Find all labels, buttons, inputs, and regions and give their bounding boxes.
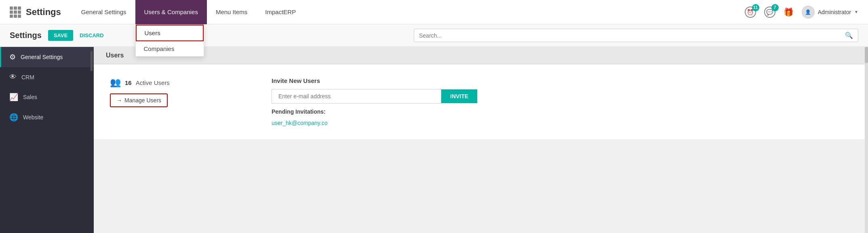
sidebar-item-label-general: General Settings (21, 54, 63, 60)
invite-email-input[interactable] (272, 89, 441, 104)
search-icon[interactable]: 🔍 (845, 32, 853, 39)
sidebar-item-label-sales: Sales (23, 94, 37, 100)
search-input[interactable] (419, 32, 845, 39)
manage-users-label: Manage Users (124, 97, 161, 104)
sidebar-item-crm[interactable]: 👁 CRM (0, 67, 94, 87)
nav-item-menu-items[interactable]: Menu Items (207, 0, 256, 24)
dropdown-item-users[interactable]: Users (136, 25, 204, 41)
pending-title: Pending Invitations: (272, 108, 326, 115)
content-scroll-bar[interactable] (865, 47, 868, 233)
invite-block: Invite New Users INVITE Pending Invitati… (272, 77, 477, 126)
main-layout: ⚙ General Settings 👁 CRM 📈 Sales 🌐 Websi… (0, 47, 868, 233)
sidebar-item-sales[interactable]: 📈 Sales (0, 87, 94, 107)
website-icon: 🌐 (9, 113, 18, 122)
invite-row: INVITE (272, 89, 477, 104)
topnav: Settings General Settings Users & Compan… (0, 0, 868, 24)
general-settings-icon: ⚙ (9, 53, 16, 61)
pending-invitations-row: Pending Invitations: (272, 108, 477, 115)
invite-button[interactable]: INVITE (441, 89, 477, 103)
search-bar: 🔍 (414, 29, 858, 42)
discard-button[interactable]: DISCARD (80, 32, 103, 38)
user-avatar: 👤 (802, 6, 815, 19)
user-profile-btn[interactable]: 👤 Administrator ▼ (802, 6, 858, 19)
grid-icon (10, 6, 21, 18)
sidebar-item-general[interactable]: ⚙ General Settings (0, 47, 94, 67)
pending-email: user_hk@company.co (272, 120, 327, 126)
content-scroll-thumb (865, 47, 868, 63)
sidebar-item-website[interactable]: 🌐 Website (0, 107, 94, 127)
pending-email-row: user_hk@company.co (272, 120, 477, 126)
dropdown-arrow-icon: ▼ (854, 10, 858, 14)
manage-users-link[interactable]: → Manage Users (110, 93, 168, 107)
nav-item-general[interactable]: General Settings (72, 0, 135, 24)
nav-item-users-companies[interactable]: Users & Companies Users Companies (135, 0, 207, 24)
content: Users 👥 16Active Users → Manage Users In… (94, 47, 868, 233)
sidebar-scroll-indicator[interactable] (91, 51, 93, 71)
arrow-right-icon: → (116, 97, 122, 104)
section-body: 👥 16Active Users → Manage Users Invite N… (94, 64, 868, 139)
crm-icon: 👁 (9, 73, 17, 81)
subheader: Settings SAVE DISCARD 🔍 (0, 24, 868, 47)
page-title: Settings (10, 31, 42, 40)
chat-icon-btn[interactable]: 💬 7 (764, 6, 775, 18)
active-users-count: 16 (125, 79, 132, 86)
chat-badge: 7 (771, 4, 779, 11)
clock-badge: 11 (752, 4, 759, 11)
users-block: 👥 16Active Users → Manage Users (110, 77, 239, 126)
sales-icon: 📈 (9, 93, 18, 102)
sidebar-item-label-crm: CRM (21, 74, 34, 80)
users-companies-dropdown: Users Companies (135, 24, 204, 57)
invite-title: Invite New Users (272, 77, 477, 84)
nav-item-impacterp[interactable]: ImpactERP (256, 0, 305, 24)
save-button[interactable]: SAVE (48, 30, 73, 41)
admin-label: Administrator (818, 9, 851, 15)
active-users-label: Active Users (136, 79, 170, 86)
sidebar: ⚙ General Settings 👁 CRM 📈 Sales 🌐 Websi… (0, 47, 94, 233)
app-logo: Settings (10, 6, 61, 18)
nav-items: General Settings Users & Companies Users… (72, 0, 305, 24)
active-users-row: 👥 16Active Users (110, 77, 239, 88)
users-group-icon: 👥 (110, 77, 121, 88)
gift-icon-btn[interactable]: 🎁 (784, 7, 794, 17)
nav-right: ⏰ 11 💬 7 🎁 👤 Administrator ▼ (745, 6, 858, 19)
dropdown-item-companies[interactable]: Companies (136, 41, 204, 56)
app-title: Settings (26, 7, 61, 17)
sidebar-item-label-website: Website (23, 114, 43, 121)
clock-icon-btn[interactable]: ⏰ 11 (745, 6, 756, 18)
section-header: Users (94, 47, 868, 64)
